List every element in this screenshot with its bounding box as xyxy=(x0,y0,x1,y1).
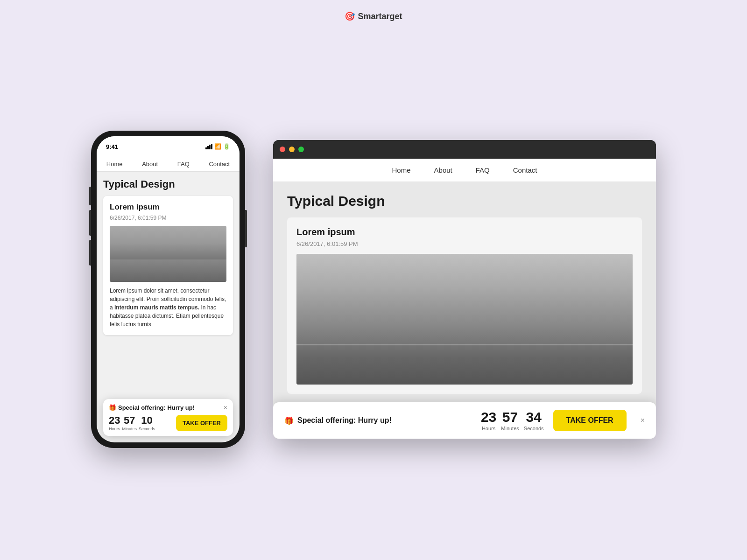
phone-seconds-number: 10 xyxy=(141,415,152,426)
browser-close-dot[interactable] xyxy=(280,147,285,152)
phone-frame: 9:41 📶 🔋 Home About FAQ Contact xyxy=(91,131,245,448)
browser-seconds-number: 34 xyxy=(526,410,542,424)
phone-card-image xyxy=(110,226,226,282)
phone-hours-number: 23 xyxy=(109,415,120,426)
phone-page-title: Typical Design xyxy=(103,178,233,190)
browser-maximize-dot[interactable] xyxy=(298,147,304,152)
beach-image-mobile xyxy=(110,226,226,282)
browser-hours-label: Hours xyxy=(482,426,495,431)
browser-banner-close-button[interactable]: × xyxy=(641,416,645,425)
browser-minutes-number: 57 xyxy=(502,410,518,424)
browser-page-title: Typical Design xyxy=(287,193,642,209)
browser-titlebar xyxy=(273,140,656,159)
browser-card: Lorem ipsum 6/26/2017, 6:01:59 PM xyxy=(287,217,642,394)
browser-offer-banner: 🎁 Special offering: Hurry up! 23 Hours 5… xyxy=(273,402,656,439)
browser-card-image xyxy=(296,254,633,385)
browser-nav-faq[interactable]: FAQ xyxy=(476,166,490,174)
browser-main: Typical Design Lorem ipsum 6/26/2017, 6:… xyxy=(273,182,656,439)
phone-screen: 9:41 📶 🔋 Home About FAQ Contact xyxy=(97,136,240,442)
phone-nav-faq[interactable]: FAQ xyxy=(177,161,190,168)
main-content: 9:41 📶 🔋 Home About FAQ Contact xyxy=(91,131,656,448)
phone-minutes-label: Minutes xyxy=(122,427,137,431)
browser-nav-about[interactable]: About xyxy=(434,166,452,174)
beach-image-desktop xyxy=(296,254,633,385)
browser-minimize-dot[interactable] xyxy=(289,147,295,152)
phone-page-content: Typical Design Lorem ipsum 6/26/2017, 6:… xyxy=(97,172,240,342)
phone-card-body: Lorem ipsum dolor sit amet, consectetur … xyxy=(110,287,226,329)
phone-nav: Home About FAQ Contact xyxy=(97,157,240,172)
logo-icon: 🎯 xyxy=(345,11,355,21)
phone-countdown-minutes: 57 Minutes xyxy=(122,415,137,431)
browser-banner-title-text: Special offering: Hurry up! xyxy=(297,416,392,425)
phone-offer-banner: 🎁 Special offering: Hurry up! × 23 Hours xyxy=(103,399,233,436)
phone-mute-button xyxy=(89,187,91,205)
phone-time: 9:41 xyxy=(106,143,118,150)
browser-banner-emoji: 🎁 xyxy=(284,416,294,425)
phone-volume-up-button xyxy=(89,210,91,236)
phone-banner-body: 23 Hours 57 Minutes 10 Seconds xyxy=(109,415,227,431)
phone-countdown-hours: 23 Hours xyxy=(109,415,120,431)
app-logo: 🎯 Smartarget xyxy=(345,11,402,21)
browser-nav: Home About FAQ Contact xyxy=(273,159,656,182)
phone-countdown: 23 Hours 57 Minutes 10 Seconds xyxy=(109,415,173,431)
browser-countdown-seconds: 34 Seconds xyxy=(524,410,544,431)
wifi-icon: 📶 xyxy=(214,143,221,150)
browser-countdown-minutes: 57 Minutes xyxy=(501,410,519,431)
browser-nav-home[interactable]: Home xyxy=(392,166,411,174)
browser-nav-contact[interactable]: Contact xyxy=(513,166,537,174)
phone-card-body-text: Lorem ipsum dolor sit amet, consectetur … xyxy=(110,287,226,328)
phone-nav-contact[interactable]: Contact xyxy=(209,161,230,168)
browser-banner-title: 🎁 Special offering: Hurry up! xyxy=(284,416,472,425)
battery-icon: 🔋 xyxy=(223,143,230,150)
phone-banner-title: 🎁 Special offering: Hurry up! xyxy=(109,404,195,411)
phone-countdown-seconds: 10 Seconds xyxy=(139,415,155,431)
phone-banner-emoji: 🎁 xyxy=(109,404,116,411)
browser-card-title: Lorem ipsum xyxy=(296,227,633,238)
phone-volume-down-button xyxy=(89,240,91,266)
phone-banner-title-text: Special offering: Hurry up! xyxy=(118,404,195,411)
phone-nav-about[interactable]: About xyxy=(142,161,158,168)
phone-power-button xyxy=(245,210,247,247)
phone-status-icons: 📶 🔋 xyxy=(205,143,230,150)
phone-minutes-number: 57 xyxy=(124,415,135,426)
browser-hours-number: 23 xyxy=(481,410,496,424)
phone-card-title: Lorem ipsum xyxy=(110,203,226,212)
phone-mockup: 9:41 📶 🔋 Home About FAQ Contact xyxy=(91,131,245,448)
phone-banner-close-button[interactable]: × xyxy=(224,404,227,411)
browser-countdown-hours: 23 Hours xyxy=(481,410,496,431)
browser-mockup: Home About FAQ Contact Typical Design Lo… xyxy=(273,140,656,439)
logo-text: Smartarget xyxy=(358,12,402,21)
phone-hours-label: Hours xyxy=(109,427,120,431)
phone-seconds-label: Seconds xyxy=(139,427,155,431)
browser-content: Home About FAQ Contact Typical Design Lo… xyxy=(273,159,656,439)
phone-status-bar: 9:41 📶 🔋 xyxy=(97,136,240,157)
browser-take-offer-button[interactable]: TAKE OFFER xyxy=(553,410,627,431)
phone-nav-home[interactable]: Home xyxy=(106,161,123,168)
browser-seconds-label: Seconds xyxy=(524,426,544,431)
phone-card-date: 6/26/2017, 6:01:59 PM xyxy=(110,215,226,221)
browser-minutes-label: Minutes xyxy=(501,426,519,431)
signal-icon xyxy=(205,144,212,149)
phone-card: Lorem ipsum 6/26/2017, 6:01:59 PM Lorem … xyxy=(103,196,233,335)
browser-card-date: 6/26/2017, 6:01:59 PM xyxy=(296,240,633,247)
phone-banner-header: 🎁 Special offering: Hurry up! × xyxy=(109,404,227,411)
phone-take-offer-button[interactable]: TAKE OFFER xyxy=(176,415,227,431)
browser-countdown: 23 Hours 57 Minutes 34 Seconds xyxy=(481,410,544,431)
